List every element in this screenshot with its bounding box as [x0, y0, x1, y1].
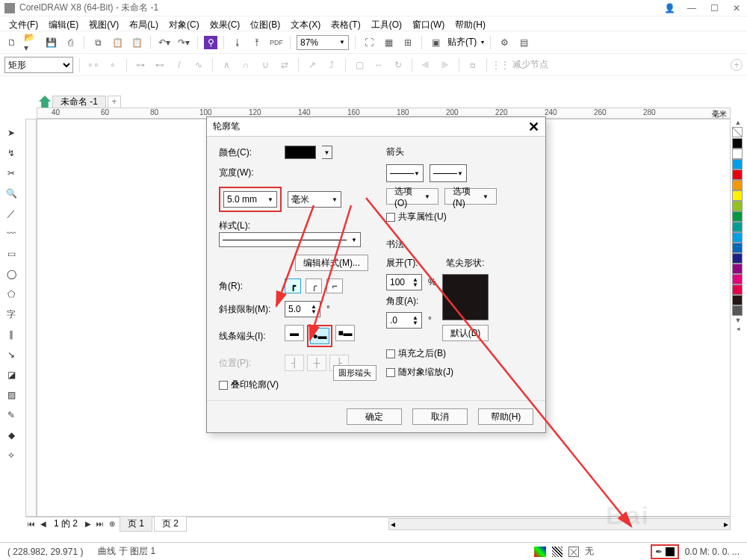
page-tab-2[interactable]: 页 2 — [154, 516, 187, 532]
cap-square-icon[interactable]: ■▬ — [335, 325, 355, 341]
zoom-tool[interactable]: 🔍 — [4, 186, 19, 201]
color-swatch[interactable] — [732, 201, 743, 211]
stretch-input[interactable]: 100 ▲▼ — [386, 274, 422, 290]
cusp-icon[interactable]: ∧ — [219, 57, 234, 72]
connector-tool[interactable]: ↘ — [4, 347, 19, 362]
color-swatch[interactable] — [732, 222, 743, 232]
miter-input[interactable]: 5.0 ▲▼ — [285, 301, 320, 317]
color-swatch[interactable] — [732, 284, 743, 295]
crop-tool[interactable]: ✂ — [4, 166, 19, 181]
scrollbar-h[interactable]: ◂▸ — [388, 518, 731, 530]
launch-button[interactable]: ▤ — [516, 35, 531, 50]
menu-object[interactable]: 对象(C) — [164, 18, 204, 29]
corner-bevel-icon[interactable]: ⌐ — [326, 279, 343, 293]
color-swatch[interactable] — [732, 274, 743, 284]
text-tool[interactable]: 字 — [4, 307, 19, 322]
default-button[interactable]: 默认(D) — [442, 325, 489, 341]
open-button[interactable]: 📂▾ — [24, 35, 39, 50]
cancel-button[interactable]: 取消 — [412, 408, 468, 425]
join-icon[interactable]: ⊶ — [133, 57, 148, 72]
help-button[interactable]: 帮助(H) — [478, 408, 533, 425]
dropshadow-tool[interactable]: ◪ — [4, 367, 19, 382]
arrow-start-select[interactable]: ▼ — [386, 164, 424, 182]
polygon-tool[interactable]: ⬠ — [4, 287, 19, 302]
pick-tool[interactable]: ➤ — [4, 125, 19, 140]
fill-color-icon[interactable] — [534, 547, 546, 557]
paste-button[interactable]: 📋 — [110, 35, 125, 50]
menu-edit[interactable]: 编辑(E) — [44, 18, 83, 29]
curve-icon[interactable]: ∿ — [191, 57, 206, 72]
color-swatch[interactable] — [732, 180, 743, 190]
color-swatch[interactable] — [732, 211, 743, 222]
ok-button[interactable]: 确定 — [347, 408, 402, 425]
color-swatch[interactable] — [732, 159, 743, 169]
page-last[interactable]: ⏭ — [94, 520, 106, 528]
copy-button[interactable]: ⧉ — [90, 35, 105, 50]
color-swatch[interactable] — [732, 295, 743, 305]
unit-select[interactable]: 毫米▼ — [288, 191, 341, 208]
transparency-tool[interactable]: ▨ — [4, 388, 19, 402]
color-swatch[interactable] — [732, 149, 743, 159]
scale-with-checkbox[interactable]: 随对象缩放(J) — [386, 366, 533, 379]
menu-help[interactable]: 帮助(H) — [450, 18, 490, 29]
cap-flat-icon[interactable]: ▬ — [285, 325, 304, 341]
maximize-button[interactable]: ☐ — [708, 3, 720, 13]
color-swatch[interactable] — [732, 232, 743, 243]
add-button[interactable]: + — [731, 59, 743, 71]
angle-input[interactable]: .0 ▲▼ — [386, 312, 422, 329]
sym-icon[interactable]: ∪ — [258, 57, 273, 72]
palette-up[interactable]: ▲ — [732, 119, 744, 126]
save-button[interactable]: 💾 — [43, 35, 58, 50]
rotate-icon[interactable]: ↻ — [391, 57, 406, 72]
menu-window[interactable]: 窗口(W) — [408, 18, 449, 29]
cap-round-icon[interactable]: ●▬ — [310, 328, 329, 344]
close-button[interactable]: ✕ — [731, 3, 743, 13]
arrow-options-right[interactable]: 选项(N)▼ — [444, 188, 497, 205]
snap-menu[interactable]: 贴齐(T) — [447, 36, 477, 49]
smooth-icon[interactable]: ∩ — [238, 57, 253, 72]
menu-file[interactable]: 文件(F) — [4, 18, 43, 29]
color-swatch[interactable] — [732, 169, 743, 180]
page-first[interactable]: ⏮ — [25, 520, 37, 528]
close-path-icon[interactable]: ▢ — [352, 57, 367, 72]
palette-down[interactable]: ▼ — [732, 317, 744, 324]
extract-icon[interactable]: ⤴ — [324, 57, 339, 72]
arrow-end-select[interactable]: ▼ — [430, 164, 467, 182]
page-add[interactable]: ⊕ — [106, 520, 118, 528]
behind-fill-checkbox[interactable]: 填充之后(B) — [386, 347, 533, 360]
smart-fill-tool[interactable]: ✧ — [4, 448, 19, 463]
parallel-tool[interactable]: ∥ — [4, 327, 19, 342]
elastic-icon[interactable]: ⋮⋮ — [493, 57, 508, 72]
undo-button[interactable]: ↶▾ — [157, 35, 172, 50]
fill-none-icon[interactable] — [568, 547, 579, 557]
break-icon[interactable]: ⊷ — [152, 57, 167, 72]
guides-button[interactable]: ⊞ — [400, 35, 415, 50]
shape-type-select[interactable]: 矩形 — [4, 57, 73, 73]
color-swatch[interactable] — [732, 190, 743, 201]
reverse-icon[interactable]: ⇄ — [277, 57, 292, 72]
menu-table[interactable]: 表格(T) — [326, 18, 365, 29]
page-prev[interactable]: ◀ — [37, 520, 49, 528]
edit-style-button[interactable]: 编辑样式(M)... — [295, 255, 368, 271]
search-button[interactable]: ⚲ — [204, 36, 217, 49]
shape-tool[interactable]: ↯ — [4, 146, 19, 161]
menu-view[interactable]: 视图(V) — [84, 18, 123, 29]
color-swatch[interactable] — [732, 305, 743, 316]
print-button[interactable]: ⎙ — [63, 35, 78, 50]
outline-color-dropdown[interactable]: ▼ — [322, 146, 332, 159]
style-select[interactable]: ▼ — [219, 232, 361, 247]
freehand-tool[interactable]: ／ — [4, 206, 19, 221]
pdf-button[interactable]: PDF — [269, 35, 284, 50]
ellipse-tool[interactable]: ◯ — [4, 267, 19, 281]
dialog-close-button[interactable]: ✕ — [528, 119, 539, 135]
reflect-icon[interactable]: ⧈ — [465, 57, 480, 72]
artistic-tool[interactable]: 〰 — [4, 226, 19, 241]
arrow-options-left[interactable]: 选项(O)▼ — [386, 188, 438, 205]
corner-round-icon[interactable]: ╭ — [306, 279, 322, 293]
color-swatch[interactable] — [732, 138, 743, 149]
menu-effect[interactable]: 效果(C) — [205, 18, 245, 29]
new-button[interactable]: 🗋 — [4, 35, 19, 50]
swatch-none[interactable] — [732, 127, 743, 137]
grid-button[interactable]: ▦ — [381, 35, 396, 50]
options-button[interactable]: ⚙ — [497, 35, 512, 50]
